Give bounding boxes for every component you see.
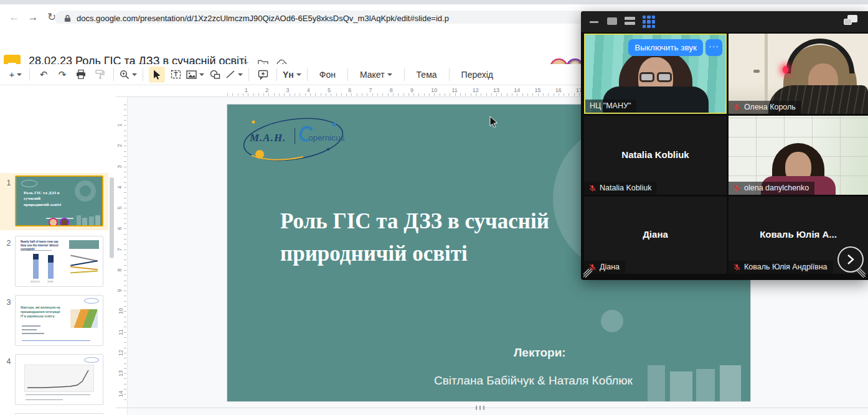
- select-tool-button[interactable]: [149, 67, 165, 83]
- image-icon: [186, 70, 197, 79]
- participant-tile-natalia-kobliuk[interactable]: Natalia Kobliuk Natalia Kobliuk: [584, 116, 727, 195]
- ruler-number: 7: [116, 248, 123, 251]
- insert-comment-button[interactable]: [255, 67, 271, 83]
- chevron-down-icon: [17, 73, 22, 76]
- text-box-button[interactable]: [167, 67, 184, 83]
- minimize-icon[interactable]: [590, 21, 598, 23]
- filmstrip-scrollbar[interactable]: [110, 177, 114, 258]
- mute-sound-button[interactable]: Выключить звук: [628, 39, 703, 56]
- resize-handle-right[interactable]: [856, 268, 866, 278]
- participant-nameplate: olena danylchenko: [729, 182, 814, 195]
- decor-bar: [670, 371, 692, 401]
- zoom-window-header[interactable]: [581, 11, 868, 32]
- ruler-number: 4: [116, 185, 123, 189]
- ruler-number: 2: [116, 144, 123, 147]
- background-button[interactable]: Фон: [313, 67, 342, 83]
- slide-number-1: 1: [4, 179, 13, 187]
- insert-line-button[interactable]: [225, 67, 243, 83]
- slide-number-2: 2: [4, 239, 13, 248]
- redo-button[interactable]: ↷: [54, 67, 70, 83]
- printer-icon: [76, 70, 86, 79]
- slide-number-4: 4: [4, 357, 13, 366]
- ruler-number: 1: [116, 123, 123, 126]
- ruler-number: 13: [493, 87, 499, 93]
- participant-nameplate: Олена Король: [729, 101, 801, 114]
- copernicus-logo-text: opernicus: [308, 133, 345, 142]
- text-box-icon: [171, 70, 181, 79]
- thumb1-presence-avatar-1: [49, 218, 58, 226]
- chevron-down-icon: [387, 73, 392, 76]
- speaker-view-icon[interactable]: [607, 17, 617, 25]
- mic-off-icon: [733, 184, 741, 192]
- undo-button[interactable]: ↶: [35, 67, 52, 83]
- participant-tile-olena-danylchenko[interactable]: olena danylchenko: [729, 116, 868, 195]
- participant-center-name: Діана: [584, 229, 727, 240]
- resize-handle-left[interactable]: [583, 268, 593, 278]
- exit-minimized-view-icon[interactable]: [842, 14, 859, 27]
- zoom-meeting-window[interactable]: Выключить звук ··· НЦ "МАНУ" Олена Корол…: [581, 11, 868, 280]
- ruler-number: 6: [116, 227, 123, 230]
- participant-tile-diana[interactable]: Діана Діана: [584, 197, 727, 274]
- layout-button[interactable]: Макет: [354, 67, 399, 83]
- cursor-icon: [153, 70, 161, 80]
- strip-view-icon[interactable]: [625, 17, 635, 27]
- transition-button[interactable]: Перехід: [455, 67, 499, 83]
- ruler-number: 5: [328, 87, 331, 93]
- insert-shape-button[interactable]: [207, 67, 223, 83]
- participant-nameplate: Коваль Юлія Андріївна: [729, 261, 833, 274]
- ruler-number: 9: [410, 87, 413, 93]
- ruler-number: 3: [286, 87, 290, 93]
- thumb3-photo: [70, 309, 98, 328]
- browser-back-button[interactable]: ←: [7, 11, 21, 24]
- insert-image-button[interactable]: [186, 67, 204, 83]
- decor-bar: [720, 365, 741, 401]
- mouse-cursor: [489, 116, 498, 128]
- print-button[interactable]: [73, 67, 89, 83]
- slide-thumbnail-4[interactable]: [15, 354, 103, 405]
- ruler-number: 8: [116, 268, 123, 271]
- decor-bar: [696, 369, 715, 401]
- gallery-view-icon[interactable]: [643, 16, 655, 28]
- slide-thumbnail-3[interactable]: Фактори, які вплинули на пришвидшення ін…: [15, 295, 103, 346]
- participant-tile-olena-korol[interactable]: Олена Король: [729, 34, 868, 114]
- browser-forward-button[interactable]: →: [26, 11, 40, 24]
- mic-off-icon: [588, 184, 597, 192]
- laser-pointer-button[interactable]: Yн: [283, 67, 301, 83]
- lecturers-label-textbox[interactable]: Лектори:: [514, 346, 566, 360]
- theme-button[interactable]: Тема: [410, 67, 443, 83]
- slide-title-textbox[interactable]: Роль ГІС та ДЗЗ в сучасній природничій о…: [280, 205, 554, 270]
- slide-number-3: 3: [4, 298, 13, 307]
- chevron-down-icon: [132, 73, 137, 76]
- shape-icon: [210, 70, 220, 79]
- participant-nameplate: Natalia Kobliuk: [584, 182, 657, 195]
- slide-thumbnail-2[interactable]: Nearly half of teens now say they use th…: [15, 236, 103, 287]
- zoom-tool-button[interactable]: [120, 67, 137, 83]
- ruler-number: 3: [116, 165, 123, 168]
- url-text: docs.google.com/presentation/d/1Xz2zcUlm…: [77, 14, 449, 23]
- ruler-number: 12: [118, 350, 124, 356]
- ruler-number: 2: [265, 87, 268, 93]
- comment-icon: [258, 70, 268, 80]
- ruler-number: 1: [245, 87, 248, 93]
- chevron-down-icon: [238, 73, 243, 76]
- decor-dot: [601, 310, 623, 332]
- slide-thumbnail-1[interactable]: Роль ГІС та ДЗЗ в сучасній природничій о…: [15, 175, 103, 226]
- more-options-button[interactable]: ···: [705, 39, 722, 56]
- chevron-down-icon: [199, 73, 204, 76]
- paint-format-button[interactable]: [92, 67, 108, 83]
- new-slide-button[interactable]: +: [7, 67, 24, 83]
- lecturers-names-textbox[interactable]: Світлана Бабійчук & Наталя Коблюк: [434, 374, 633, 388]
- man-copernicus-logo: М.А.Н. opernicus: [241, 111, 346, 168]
- decor-bar: [648, 365, 665, 401]
- participant-center-name: Natalia Kobliuk: [584, 149, 727, 159]
- participant-center-name: Коваль Юлія А...: [729, 229, 868, 240]
- thumb2-title: Nearly half of teens now say they use th…: [21, 240, 59, 251]
- lock-icon: [64, 14, 72, 22]
- speaker-notes-splitter[interactable]: [116, 408, 868, 408]
- line-icon: [225, 70, 235, 79]
- thumb1-presence-avatar-2: [60, 218, 69, 226]
- notes-drag-handle[interactable]: [476, 406, 484, 410]
- ruler-number: 12: [473, 87, 479, 93]
- thumb2-bar-label-2: 2018: [47, 280, 53, 283]
- participant-tile-nc-manu[interactable]: Выключить звук ··· НЦ "МАНУ": [584, 34, 727, 114]
